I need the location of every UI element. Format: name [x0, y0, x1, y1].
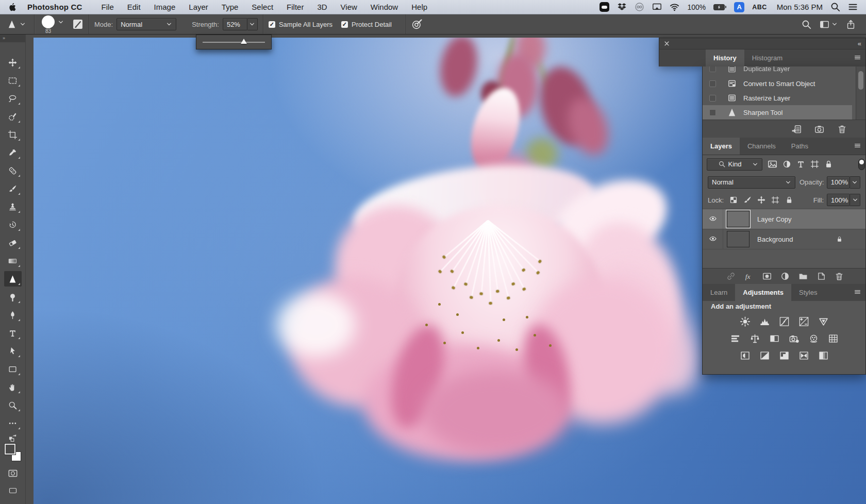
curves-adjustment-icon[interactable]: [778, 316, 791, 327]
tool-button[interactable]: [4, 217, 22, 232]
panel-tab[interactable]: History: [706, 49, 744, 66]
checkbox[interactable]: [341, 21, 348, 28]
tool-button[interactable]: [4, 271, 22, 287]
panel-tab[interactable]: Styles: [791, 284, 825, 301]
layer-name[interactable]: Layer Copy: [757, 215, 791, 223]
new-group-folder-icon[interactable]: [798, 272, 808, 281]
input-source-badge[interactable]: A: [734, 2, 744, 12]
new-layer-icon[interactable]: [817, 272, 826, 281]
hue-adjustment-icon[interactable]: [729, 333, 742, 344]
strength-slider-button[interactable]: [247, 18, 258, 30]
panel-menu-icon[interactable]: [854, 142, 861, 149]
app-menu-title[interactable]: Photoshop CC: [27, 3, 82, 11]
colorbalance-adjustment-icon[interactable]: [748, 333, 761, 344]
tool-button[interactable]: [4, 91, 22, 106]
tool-button[interactable]: [4, 235, 22, 250]
option-checkbox-group[interactable]: Protect Detail: [341, 21, 392, 28]
toggle-brush-panel-icon[interactable]: [72, 19, 84, 30]
threshold-adjustment-icon[interactable]: [778, 350, 791, 361]
option-checkbox-group[interactable]: Sample All Layers: [269, 21, 332, 28]
search-icon[interactable]: [802, 20, 811, 29]
menu-item[interactable]: Select: [245, 3, 280, 11]
layer-row[interactable]: Background: [703, 229, 865, 249]
brightness-adjustment-icon[interactable]: [739, 316, 752, 327]
tool-button[interactable]: [4, 361, 22, 377]
collapse-panel-icon[interactable]: «: [858, 40, 861, 47]
strength-slider-thumb[interactable]: [241, 39, 247, 44]
tool-button[interactable]: [4, 415, 22, 431]
panel-tab[interactable]: Adjustments: [735, 284, 791, 301]
new-snapshot-camera-icon[interactable]: [814, 124, 824, 134]
status-app-icon[interactable]: [599, 2, 609, 12]
history-state-row[interactable]: Sharpen Tool: [703, 105, 852, 120]
levels-adjustment-icon[interactable]: [758, 316, 771, 327]
layer-lock-icon[interactable]: [836, 236, 843, 243]
menu-item[interactable]: Image: [147, 3, 182, 11]
layer-row[interactable]: Layer Copy: [703, 209, 865, 229]
add-layer-mask-icon[interactable]: [762, 272, 772, 281]
menu-item[interactable]: Window: [364, 3, 405, 11]
pressure-size-toggle-icon[interactable]: [411, 19, 422, 30]
lock-position-icon[interactable]: [757, 196, 765, 204]
panel-tab[interactable]: Layers: [703, 138, 740, 155]
layer-style-fx-icon[interactable]: fx: [744, 272, 754, 281]
input-source-label[interactable]: ABC: [752, 4, 767, 11]
menu-item[interactable]: View: [334, 3, 364, 11]
panel-tab[interactable]: Learn: [703, 284, 735, 301]
strength-slider-track[interactable]: [203, 42, 265, 43]
posterize-adjustment-icon[interactable]: [758, 350, 771, 361]
menu-item[interactable]: Layer: [182, 3, 215, 11]
delete-layer-trash-icon[interactable]: [835, 272, 844, 281]
layer-thumbnail[interactable]: [727, 231, 750, 247]
workspace-switcher[interactable]: [820, 20, 838, 29]
scrollbar-thumb[interactable]: [858, 71, 863, 90]
blend-mode-dropdown[interactable]: Normal: [708, 176, 795, 189]
apple-menu-icon[interactable]: [8, 3, 17, 11]
invert-adjustment-icon[interactable]: [739, 350, 752, 361]
close-icon[interactable]: [664, 41, 670, 46]
history-state-row[interactable]: Convert to Smart Object: [703, 76, 852, 91]
tool-button[interactable]: [4, 181, 22, 196]
panel-menu-icon[interactable]: [854, 54, 861, 61]
strength-input[interactable]: 52%: [223, 18, 247, 30]
quick-mask-mode-button[interactable]: [7, 468, 19, 478]
battery-icon[interactable]: [713, 4, 726, 10]
history-source-checkbox[interactable]: [709, 95, 716, 102]
selectivecolor-adjustment-icon[interactable]: [797, 350, 810, 361]
menu-item[interactable]: File: [95, 3, 121, 11]
tool-button[interactable]: [4, 343, 22, 359]
panel-tab[interactable]: Channels: [740, 138, 784, 155]
dropbox-icon[interactable]: [617, 2, 627, 12]
photofilter-adjustment-icon[interactable]: [788, 333, 801, 344]
tool-button[interactable]: [4, 73, 22, 88]
link-layers-icon[interactable]: [726, 272, 736, 281]
menu-item[interactable]: Edit: [121, 3, 147, 11]
layer-visibility-cell[interactable]: [703, 229, 723, 249]
vibrance-adjustment-icon[interactable]: [817, 316, 830, 327]
eye-icon[interactable]: [708, 236, 718, 243]
filter-on-off-toggle[interactable]: [858, 159, 865, 170]
channelmixer-adjustment-icon[interactable]: [807, 333, 820, 344]
tool-button[interactable]: [4, 109, 22, 124]
layer-visibility-cell[interactable]: [703, 209, 723, 229]
menu-item[interactable]: Filter: [280, 3, 310, 11]
tool-button[interactable]: [4, 127, 22, 142]
history-source-checkbox[interactable]: [709, 80, 716, 87]
tool-button[interactable]: [4, 199, 22, 214]
history-state-row[interactable]: Rasterize Layer: [703, 91, 852, 105]
layers-empty-area[interactable]: [703, 249, 865, 268]
tool-button[interactable]: [4, 253, 22, 268]
history-source-checkbox[interactable]: [709, 109, 716, 116]
screen-mode-button[interactable]: [7, 486, 19, 495]
opacity-input[interactable]: 100%: [827, 176, 850, 189]
delete-state-trash-icon[interactable]: [837, 124, 847, 134]
lock-artboard-icon[interactable]: [771, 196, 779, 204]
creative-cloud-icon[interactable]: [635, 2, 644, 12]
history-source-checkbox[interactable]: [709, 66, 716, 72]
color-swatches[interactable]: [4, 444, 22, 461]
mode-dropdown[interactable]: Normal: [116, 18, 176, 30]
filter-smart-objects-icon[interactable]: [824, 160, 833, 169]
panel-menu-icon[interactable]: [854, 289, 861, 295]
wifi-icon[interactable]: [670, 2, 679, 12]
tool-button[interactable]: [4, 307, 22, 323]
